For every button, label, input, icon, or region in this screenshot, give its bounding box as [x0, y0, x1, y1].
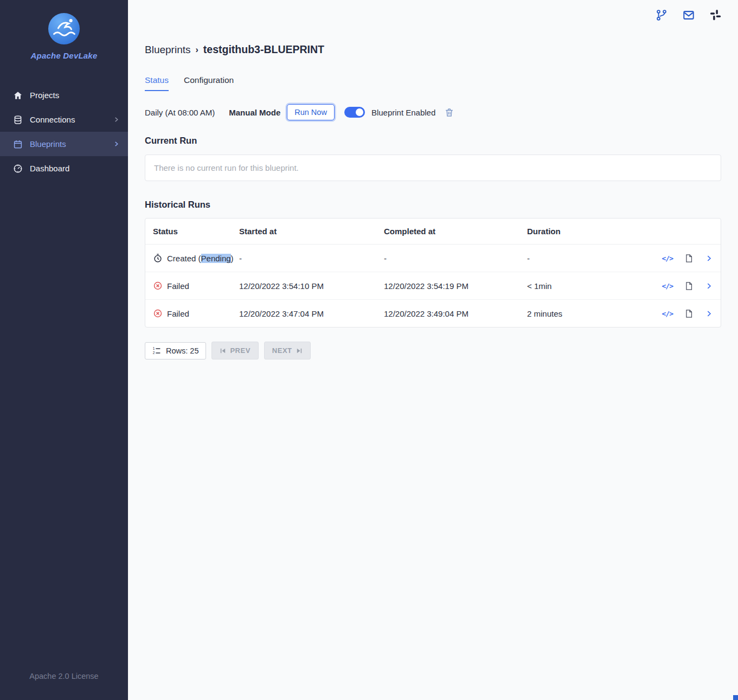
status-text: Failed [167, 281, 189, 291]
logo-block: Apache DevLake [0, 0, 128, 60]
sidebar-item-label: Dashboard [30, 164, 119, 173]
selected-text: Pending [201, 254, 231, 263]
table-row: Created (Pending) - - - </> [145, 245, 721, 272]
skip-back-icon [220, 348, 226, 354]
chevron-right-icon [705, 310, 713, 318]
empty-message: There is no current run for this bluepri… [154, 163, 299, 172]
current-run-heading: Current Run [145, 136, 721, 146]
chevron-right-icon [705, 282, 713, 290]
row-actions: </> [639, 273, 713, 299]
expand-row-button[interactable] [705, 310, 713, 318]
status-cell: Failed [153, 272, 239, 299]
column-header-completed: Completed at [384, 219, 527, 244]
page-title: testgithub3-BLUEPRINT [203, 43, 324, 56]
started-cell: - [239, 245, 384, 272]
content: Blueprints › testgithub3-BLUEPRINT Statu… [128, 43, 738, 359]
status-text: Failed [167, 309, 189, 318]
started-cell: 12/20/2022 3:54:10 PM [239, 273, 384, 299]
file-icon [684, 281, 694, 291]
status-cell: Created (Pending) [153, 245, 239, 272]
numbered-list-icon: 1 2 [152, 346, 161, 355]
svg-text:2: 2 [153, 351, 155, 355]
row-actions: </> [639, 245, 713, 272]
mode-label: Manual Mode [229, 108, 280, 117]
rows-per-page-button[interactable]: 1 2 Rows: 25 [145, 342, 206, 359]
scroll-indicator [733, 695, 738, 700]
breadcrumb-separator-icon: › [196, 45, 198, 55]
table-row: Failed 12/20/2022 3:47:04 PM 12/20/2022 … [145, 300, 721, 327]
view-json-button[interactable]: </> [662, 310, 673, 318]
pagination: 1 2 Rows: 25 PREV NEXT [145, 342, 721, 359]
column-header-started: Started at [239, 219, 384, 244]
sidebar-item-label: Connections [30, 115, 106, 124]
sidebar-item-connections[interactable]: Connections [0, 107, 128, 132]
sidebar-item-projects[interactable]: Projects [0, 83, 128, 107]
devlake-logo [47, 12, 81, 46]
sidebar-item-label: Blueprints [30, 139, 106, 149]
trash-icon [444, 107, 454, 118]
run-now-button[interactable]: Run Now [287, 104, 335, 120]
completed-cell: 12/20/2022 3:49:04 PM [384, 300, 527, 327]
started-cell: 12/20/2022 3:47:04 PM [239, 300, 384, 327]
prev-label: PREV [230, 346, 250, 355]
duration-cell: 2 minutes [527, 300, 639, 327]
sidebar-item-blueprints[interactable]: Blueprints [0, 132, 128, 156]
blueprint-enabled-toggle[interactable] [344, 107, 365, 118]
pending-clock-icon [153, 253, 163, 263]
view-json-button[interactable]: </> [662, 282, 673, 290]
tab-configuration[interactable]: Configuration [184, 75, 234, 91]
calendar-icon [13, 139, 23, 149]
tabs: Status Configuration [145, 75, 721, 91]
toggle-knob [356, 108, 363, 116]
status-text: Created (Pending) [167, 254, 234, 263]
duration-cell: - [527, 245, 639, 272]
breadcrumb: Blueprints › testgithub3-BLUEPRINT [145, 43, 721, 56]
blueprint-controls: Daily (At 08:00 AM) Manual Mode Run Now … [145, 104, 721, 120]
connections-icon [13, 115, 23, 125]
sidebar-nav: Projects Connections [0, 83, 128, 181]
mail-icon[interactable] [683, 9, 695, 21]
toggle-label: Blueprint Enabled [371, 108, 435, 117]
column-header-status: Status [153, 219, 239, 244]
schedule-label: Daily (At 08:00 AM) [145, 108, 215, 117]
skip-forward-icon [296, 348, 303, 354]
table-row: Failed 12/20/2022 3:54:10 PM 12/20/2022 … [145, 272, 721, 300]
main-area: Blueprints › testgithub3-BLUEPRINT Statu… [128, 0, 738, 700]
completed-cell: - [384, 245, 527, 272]
view-json-button[interactable]: </> [662, 254, 673, 262]
historical-runs-table: Status Started at Completed at Duration [145, 218, 721, 327]
next-page-button[interactable]: NEXT [264, 342, 311, 359]
svg-text:1: 1 [153, 346, 155, 350]
app: Apache DevLake Projects [0, 0, 738, 700]
rows-per-page-label: Rows: 25 [166, 346, 198, 355]
table-header: Status Started at Completed at Duration [145, 219, 721, 245]
code-icon: </> [662, 310, 673, 318]
sidebar: Apache DevLake Projects [0, 0, 128, 700]
sidebar-item-dashboard[interactable]: Dashboard [0, 156, 128, 181]
view-log-button[interactable] [684, 281, 694, 291]
failed-icon [153, 281, 163, 291]
duration-cell: < 1min [527, 273, 639, 299]
view-log-button[interactable] [684, 309, 694, 318]
slack-icon[interactable] [710, 9, 722, 21]
code-icon: </> [662, 254, 673, 262]
expand-row-button[interactable] [705, 282, 713, 290]
breadcrumb-parent[interactable]: Blueprints [145, 44, 191, 56]
expand-row-button[interactable] [705, 254, 713, 262]
prev-page-button[interactable]: PREV [211, 342, 258, 359]
sidebar-item-label: Projects [30, 91, 119, 100]
tab-status[interactable]: Status [145, 75, 169, 91]
delete-blueprint-button[interactable] [444, 107, 454, 118]
file-icon [684, 309, 694, 318]
file-icon [684, 254, 694, 263]
home-icon [13, 91, 23, 100]
next-label: NEXT [272, 346, 292, 355]
chevron-right-icon [113, 117, 119, 123]
view-log-button[interactable] [684, 254, 694, 263]
current-run-empty-card: There is no current run for this bluepri… [145, 155, 721, 181]
status-cell: Failed [153, 300, 239, 327]
version-icon[interactable] [656, 9, 668, 21]
completed-cell: 12/20/2022 3:54:19 PM [384, 273, 527, 299]
failed-icon [153, 309, 163, 318]
code-icon: </> [662, 282, 673, 290]
